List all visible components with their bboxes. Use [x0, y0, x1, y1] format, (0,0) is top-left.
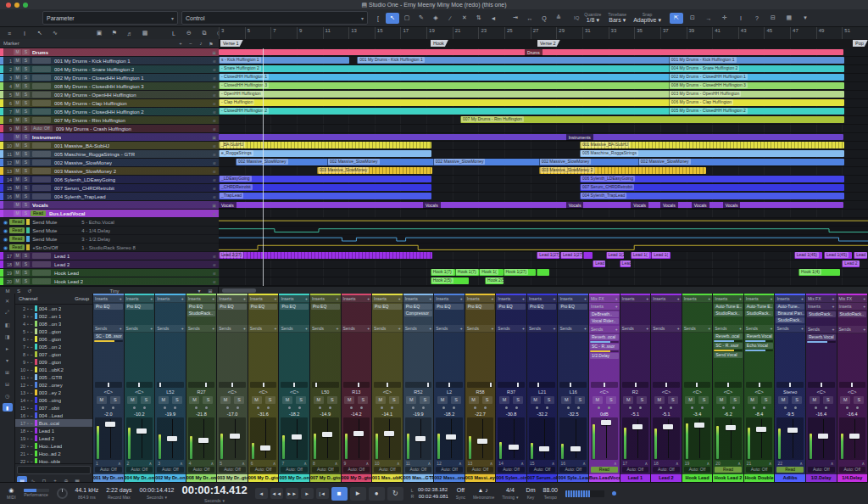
mixer-strip-001-mas-ubk2[interactable]: Inserts+Pro EQSends+<C>MS-14.110∧Auto: O…	[372, 294, 403, 482]
automation-mode-button[interactable]: Auto: Off	[839, 467, 866, 473]
loop-button[interactable]: ↻	[387, 487, 403, 501]
track-row-008-my-drums-closedhh-huffington-3[interactable]: 4MS008 My Drums - ClosedHH Huffington 3≋	[0, 82, 219, 91]
sends-header[interactable]: Sends+	[682, 325, 713, 333]
iq-label[interactable]: IQ	[574, 15, 579, 20]
inserts-header[interactable]: Inserts+	[558, 295, 588, 303]
sends-header[interactable]: Sends+	[527, 325, 558, 333]
fader[interactable]	[374, 417, 401, 460]
solo-button[interactable]: S	[22, 143, 30, 148]
inserts-header[interactable]: Inserts+	[248, 295, 279, 303]
track-badge[interactable]: Auto: Off	[31, 126, 53, 132]
add-inserts-header-icon[interactable]: +	[305, 296, 308, 301]
strip-mute-button[interactable]: M	[778, 396, 788, 404]
sends-header[interactable]: Sends+	[372, 325, 403, 333]
track-row-001-massive-ba-subhj[interactable]: 10MS001 Massive_BA-SubHJ≋	[0, 142, 219, 150]
fader-handle[interactable]	[756, 427, 766, 432]
pan-slider-handle[interactable]	[358, 383, 359, 387]
input-dot-icon[interactable]	[567, 406, 570, 409]
automation-mode-button[interactable]: Auto: Off	[312, 467, 339, 473]
volume-value[interactable]: -21.8	[186, 411, 217, 417]
channel-list-row-hoo-ad-2[interactable]: 21•~Hoo..ad 2	[15, 450, 92, 457]
macros-icon[interactable]: ≙	[552, 13, 565, 24]
strip-name[interactable]: 003 Massi..ey 2	[465, 474, 496, 482]
fast-forward-button[interactable]: ►►	[286, 488, 298, 499]
mute-button[interactable]: M	[14, 126, 21, 132]
add-inserts-header-icon[interactable]: +	[120, 296, 122, 301]
fader[interactable]	[653, 417, 680, 460]
volume-value[interactable]: -17.0	[217, 411, 248, 417]
track-row-002-massive-slowmoney[interactable]: 12MS002 Massive_SlowMoney≋	[0, 159, 219, 167]
channel-list-row-003-ey-2[interactable]: 13•~003 ..ey 2	[15, 389, 92, 396]
sends-header[interactable]: Sends+	[155, 325, 186, 333]
strip-mute-button[interactable]: M	[810, 396, 820, 404]
mute-button[interactable]: M	[14, 49, 21, 55]
clip-lead-1-45[interactable]: Lead 1(45)	[824, 252, 852, 259]
visibility-dot-icon[interactable]: •	[27, 398, 29, 403]
channel-list-row-007-obit[interactable]: 15•~007 ..obit	[15, 404, 92, 412]
inserts-header[interactable]: Inserts+	[775, 295, 805, 303]
output-dot-icon[interactable]	[422, 406, 425, 409]
volume-value[interactable]: -19.9	[155, 411, 186, 417]
sends-header[interactable]: Sends+	[310, 325, 341, 333]
mixer-strip-lead-2[interactable]: Inserts+Sends+<C>MS-5.118∧Auto: OffLead …	[651, 294, 682, 482]
volume-value[interactable]: -18.2	[279, 411, 309, 417]
fader[interactable]	[591, 417, 618, 460]
solo-button[interactable]: S	[22, 168, 30, 174]
tempo-control[interactable]: 88.00 Tempo	[542, 487, 558, 500]
pan-value[interactable]: L21	[527, 389, 558, 395]
mixer-strip-bus-leadvocal[interactable]: Mix FX+Inserts+DeBreath..Vocal Rider..Se…	[589, 294, 620, 482]
fader-handle[interactable]	[601, 420, 611, 425]
automation-curve[interactable]	[219, 235, 868, 243]
timebase-dropdown[interactable]: Timebase Bars▾	[608, 13, 626, 23]
channel-list-row-006-oing[interactable]: 14•~006 ..oing	[15, 396, 92, 404]
strip-mute-button[interactable]: M	[499, 396, 509, 404]
input-dot-icon[interactable]	[381, 406, 383, 409]
track-row-hook-lead-2[interactable]: 20MSHook Lead 2≋	[0, 277, 219, 286]
strip-solo-button[interactable]: S	[544, 396, 554, 404]
add-sends-header-icon[interactable]: +	[274, 326, 276, 331]
automation-mode-button[interactable]: Auto: Off	[126, 467, 153, 473]
clip-007-serum-chrdretrobit[interactable]: 007 Serum_CHRDRetrobit	[580, 184, 844, 191]
solo-button[interactable]: S	[22, 176, 30, 182]
add-inserts-header-icon[interactable]: +	[770, 296, 772, 301]
inserts-header[interactable]: Inserts+	[465, 295, 496, 303]
crosshair-icon[interactable]: ✛	[718, 13, 732, 24]
send-level-meter[interactable]	[807, 341, 836, 343]
clip-006-sylenth-ldeasygoing[interactable]: 006 Sylenth_LDEasyGoing	[580, 176, 844, 182]
quantize-dropdown[interactable]: Quantize 1/8▾	[584, 13, 601, 23]
automation-lane-4-1-4-delay[interactable]: ◉ReadSend Mute4 - 1/4.Delay	[0, 227, 219, 235]
tab-transient-icon[interactable]: ⇥	[509, 13, 522, 24]
pan-slider-handle[interactable]	[517, 383, 519, 387]
fader-handle[interactable]	[477, 439, 487, 444]
fader[interactable]	[839, 417, 866, 460]
pads-icon[interactable]: ▩	[138, 28, 152, 39]
loop-range-display[interactable]: L 00:02:38.182 R 00:02:49.081	[411, 487, 448, 500]
pan-slider[interactable]	[684, 382, 711, 388]
send-slot-send-vocal[interactable]: Send.Vocal	[714, 352, 743, 358]
metronome-settings-icon[interactable]: ♪	[485, 487, 488, 493]
menu-icon[interactable]: ≡	[3, 28, 16, 39]
play-button[interactable]: ►	[350, 487, 366, 501]
solo-button[interactable]: S	[22, 202, 30, 208]
mute-button[interactable]: M	[14, 278, 21, 284]
insert-slot-pro-eq[interactable]: Pro EQ	[373, 304, 402, 310]
visibility-dot-icon[interactable]: •	[27, 329, 29, 334]
strip-name[interactable]: 1/2.Delay	[806, 474, 837, 482]
fader-handle[interactable]	[570, 446, 581, 451]
inserts-header[interactable]: Inserts+	[713, 295, 743, 303]
volume-value[interactable]: -32.5	[558, 411, 588, 417]
insert-slot-auto-tune-e[interactable]: Auto-Tune E..	[714, 304, 743, 310]
show-outputs-icon[interactable]: ◨	[3, 332, 13, 340]
track-row-004-my-drums-snare-huffington-2[interactable]: 2MS004 My Drums - Snare Huffington 2≋	[0, 65, 219, 74]
folder-row-drums[interactable]: MSDrums▣	[0, 48, 219, 57]
insert-slot-vocal-rider[interactable]: Vocal Rider..	[590, 318, 619, 324]
zoom-icon[interactable]: Q	[537, 13, 551, 24]
sends-header[interactable]: Sends+	[403, 325, 434, 333]
insert-slot-studiorack[interactable]: StudioRack..	[714, 311, 743, 316]
marker-flag-verse-1[interactable]: Verse 1	[220, 40, 243, 47]
mixer-strip-1-4-delay[interactable]: Mix FX+Inserts+StudioRack..Sends+<C>MS-1…	[837, 294, 868, 482]
input-dot-icon[interactable]	[536, 406, 538, 409]
track-row-007-my-drums-rim-huffington[interactable]: 8MS007 My Drums - Rim Huffington≋	[0, 116, 219, 125]
pan-value[interactable]: L16	[558, 389, 588, 395]
detach-mixer-icon[interactable]: ⤢	[3, 308, 13, 316]
